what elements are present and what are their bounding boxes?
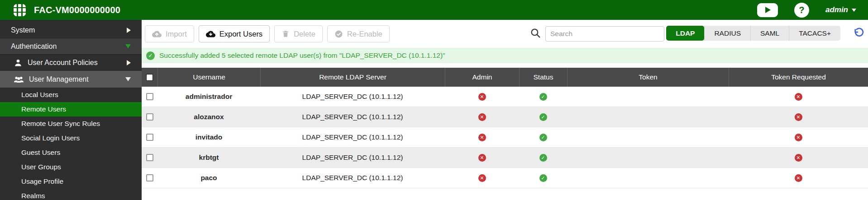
select-all-checkbox[interactable] (146, 74, 153, 81)
appliance-title: FAC-VM0000000000 (34, 5, 120, 15)
sidebar: SystemAuthenticationUser Account Policie… (0, 20, 142, 200)
cell-status: ✓ (519, 107, 567, 127)
table-row[interactable]: administradorLDAP_SERVER_DC (10.1.1.12)✕… (142, 87, 868, 107)
top-bar: FAC-VM0000000000 ? admin (0, 0, 868, 20)
row-checkbox[interactable] (146, 93, 153, 100)
delete-button[interactable]: Delete (274, 25, 323, 42)
sidebar-item-remote-users[interactable]: Remote Users (0, 102, 142, 116)
table-row[interactable]: krbtgtLDAP_SERVER_DC (10.1.1.12)✕✓✕ (142, 148, 868, 168)
sidebar-item-authentication[interactable]: Authentication (0, 38, 142, 55)
help-icon[interactable]: ? (794, 3, 809, 18)
sidebar-item-system[interactable]: System (0, 23, 142, 38)
token-requested-disabled-icon: ✕ (795, 154, 802, 162)
tab-tacacs[interactable]: TACACS+ (789, 26, 840, 41)
token-requested-disabled-icon: ✕ (795, 134, 802, 141)
sidebar-item-label: User Account Policies (28, 59, 98, 67)
column-header-status[interactable]: Status (519, 68, 567, 87)
success-check-icon: ✓ (146, 51, 155, 60)
chevron-right-icon (127, 28, 131, 33)
user-type-tabs: LDAPRADIUSSAMLTACACS+ (666, 26, 840, 41)
search-icon[interactable] (530, 28, 541, 39)
button-label: Import (166, 30, 187, 38)
row-checkbox[interactable] (146, 113, 153, 121)
row-checkbox[interactable] (146, 174, 153, 181)
cell-remote-ldap-server: LDAP_SERVER_DC (10.1.1.12) (260, 148, 445, 167)
cell-username: krbtgt (157, 148, 260, 167)
sidebar-item-usage-profile[interactable]: Usage Profile (0, 174, 142, 189)
sidebar-item-remote-user-sync-rules[interactable]: Remote User Sync Rules (0, 116, 142, 131)
remote-users-table: UsernameRemote LDAP ServerAdminStatusTok… (142, 68, 868, 188)
admin-disabled-icon: ✕ (478, 174, 486, 182)
cell-status: ✓ (519, 148, 567, 167)
chevron-down-icon (852, 9, 856, 12)
tab-radius[interactable]: RADIUS (704, 26, 750, 41)
cloud-upload-icon (152, 29, 162, 39)
import-button[interactable]: Import (145, 25, 194, 42)
sidebar-item-label: User Management (29, 75, 89, 84)
row-checkbox[interactable] (146, 134, 153, 141)
refresh-icon[interactable] (853, 28, 864, 39)
admin-disabled-icon: ✕ (478, 93, 486, 101)
cell-token-requested: ✕ (729, 148, 868, 167)
status-enabled-icon: ✓ (539, 113, 547, 121)
admin-username: admin (825, 5, 848, 14)
success-message: Successfully added 5 selected remote LDA… (159, 51, 445, 60)
sidebar-item-user-management[interactable]: User Management (0, 71, 142, 88)
cell-admin: ✕ (445, 148, 519, 167)
button-label: Export Users (219, 30, 262, 38)
column-header-remote-ldap-server[interactable]: Remote LDAP Server (260, 68, 445, 87)
check-circle-icon (334, 30, 343, 38)
cell-username: invitado (157, 127, 260, 147)
table-row[interactable]: alozanoxLDAP_SERVER_DC (10.1.1.12)✕✓✕ (142, 107, 868, 127)
cell-token-requested: ✕ (729, 87, 868, 107)
admin-menu[interactable]: admin (825, 5, 856, 14)
cell-token (567, 168, 729, 188)
sidebar-item-user-account-policies[interactable]: User Account Policies (0, 55, 142, 71)
sidebar-item-label: Remote User Sync Rules (21, 120, 100, 128)
token-requested-disabled-icon: ✕ (795, 93, 802, 101)
cell-username: paco (157, 168, 260, 188)
sidebar-item-guest-users[interactable]: Guest Users (0, 145, 142, 160)
re-enable-button[interactable]: Re-Enable (327, 25, 390, 42)
table-row[interactable]: invitadoLDAP_SERVER_DC (10.1.1.12)✕✓✕ (142, 127, 868, 148)
sidebar-item-user-groups[interactable]: User Groups (0, 160, 142, 174)
cell-token-requested: ✕ (729, 168, 868, 188)
tab-saml[interactable]: SAML (750, 26, 789, 41)
video-help-icon[interactable] (757, 3, 778, 17)
user-icon (14, 58, 23, 67)
table-row[interactable]: pacoLDAP_SERVER_DC (10.1.1.12)✕✓✕ (142, 168, 868, 188)
search-input[interactable] (545, 26, 664, 42)
sidebar-item-label: Social Login Users (21, 134, 80, 142)
cell-username: alozanox (157, 107, 260, 127)
sidebar-item-label: Remote Users (21, 105, 66, 113)
users-icon (14, 75, 24, 84)
cell-status: ✓ (519, 127, 567, 147)
cell-token (567, 107, 729, 127)
column-header-token[interactable]: Token (567, 68, 729, 87)
cell-token-requested: ✕ (729, 127, 868, 147)
sidebar-item-label: Authentication (11, 42, 57, 51)
sidebar-item-realms[interactable]: Realms (0, 189, 142, 200)
sidebar-item-social-login-users[interactable]: Social Login Users (0, 131, 142, 145)
column-header-username[interactable]: Username (157, 68, 260, 87)
sidebar-item-local-users[interactable]: Local Users (0, 88, 142, 102)
cloud-download-icon (206, 29, 215, 39)
column-header-admin[interactable]: Admin (445, 68, 519, 87)
cell-remote-ldap-server: LDAP_SERVER_DC (10.1.1.12) (260, 127, 445, 147)
status-enabled-icon: ✓ (539, 134, 547, 141)
button-label: Delete (294, 30, 315, 38)
table-header: UsernameRemote LDAP ServerAdminStatusTok… (142, 68, 868, 87)
sidebar-item-label: User Groups (21, 163, 61, 171)
row-checkbox[interactable] (146, 154, 153, 161)
chevron-right-icon (127, 60, 131, 65)
export-users-button[interactable]: Export Users (199, 25, 270, 42)
cell-admin: ✕ (445, 168, 519, 188)
trash-icon (281, 30, 290, 38)
cell-remote-ldap-server: LDAP_SERVER_DC (10.1.1.12) (260, 107, 445, 127)
tab-ldap[interactable]: LDAP (666, 26, 704, 41)
sidebar-item-label: Realms (21, 192, 45, 200)
cell-token (567, 87, 729, 107)
column-header-token-requested[interactable]: Token Requested (729, 68, 868, 87)
admin-disabled-icon: ✕ (478, 154, 486, 162)
app-grid-icon[interactable] (14, 4, 26, 16)
